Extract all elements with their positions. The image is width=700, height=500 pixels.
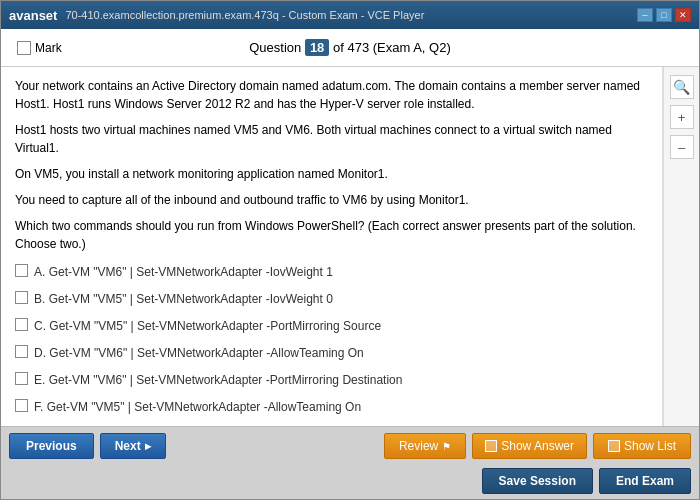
title-text: 70-410.examcollection.premium.exam.473q … bbox=[65, 9, 424, 21]
maximize-button[interactable]: □ bbox=[656, 8, 672, 22]
previous-button[interactable]: Previous bbox=[9, 433, 94, 459]
close-button[interactable]: ✕ bbox=[675, 8, 691, 22]
show-answer-button[interactable]: Show Answer bbox=[472, 433, 587, 459]
logo-text: avan bbox=[9, 8, 39, 23]
answer-row: C. Get-VM "VM5" | Set-VMNetworkAdapter -… bbox=[15, 315, 648, 337]
question-paragraph: Which two commands should you run from W… bbox=[15, 217, 648, 253]
mark-section: Mark bbox=[17, 41, 184, 55]
question-paragraph: Host1 hosts two virtual machines named V… bbox=[15, 121, 648, 157]
answer-row: E. Get-VM "VM6" | Set-VMNetworkAdapter -… bbox=[15, 369, 648, 391]
answer-row: D. Get-VM "VM6" | Set-VMNetworkAdapter -… bbox=[15, 342, 648, 364]
title-bar: avanset 70-410.examcollection.premium.ex… bbox=[1, 1, 699, 29]
nav-row-2: Save Session End Exam bbox=[1, 465, 699, 499]
mark-checkbox[interactable] bbox=[17, 41, 31, 55]
exam-header: Mark Question 18 of 473 (Exam A, Q2) bbox=[1, 29, 699, 67]
answer-row: F. Get-VM "VM5" | Set-VMNetworkAdapter -… bbox=[15, 396, 648, 418]
next-button[interactable]: Next bbox=[100, 433, 166, 459]
question-paragraphs: Your network contains an Active Director… bbox=[15, 77, 648, 253]
minimize-button[interactable]: – bbox=[637, 8, 653, 22]
show-answer-label: Show Answer bbox=[501, 439, 574, 453]
show-answer-checkbox bbox=[485, 440, 497, 452]
answer-checkbox-e[interactable] bbox=[15, 372, 28, 385]
answer-choices: A. Get-VM "VM6" | Set-VMNetworkAdapter -… bbox=[15, 261, 648, 418]
end-exam-button[interactable]: End Exam bbox=[599, 468, 691, 494]
review-label: Review bbox=[399, 439, 438, 453]
zoom-out-button[interactable]: – bbox=[670, 135, 694, 159]
main-window: avanset 70-410.examcollection.premium.ex… bbox=[0, 0, 700, 500]
answer-checkbox-b[interactable] bbox=[15, 291, 28, 304]
show-list-checkbox bbox=[608, 440, 620, 452]
answer-checkbox-a[interactable] bbox=[15, 264, 28, 277]
answer-row: B. Get-VM "VM5" | Set-VMNetworkAdapter -… bbox=[15, 288, 648, 310]
sidebar-tools: 🔍 + – bbox=[663, 67, 699, 426]
answer-text-c: C. Get-VM "VM5" | Set-VMNetworkAdapter -… bbox=[34, 317, 381, 335]
exam-info: (Exam A, Q2) bbox=[373, 40, 451, 55]
answer-checkbox-d[interactable] bbox=[15, 345, 28, 358]
app-logo: avanset bbox=[9, 8, 57, 23]
question-content: Your network contains an Active Director… bbox=[1, 67, 663, 426]
bottom-nav: Previous Next Review ⚑ Show Answer Show … bbox=[1, 426, 699, 499]
review-button[interactable]: Review ⚑ bbox=[384, 433, 466, 459]
question-number: 18 bbox=[305, 39, 329, 56]
search-button[interactable]: 🔍 bbox=[670, 75, 694, 99]
nav-row-1: Previous Next Review ⚑ Show Answer Show … bbox=[1, 427, 699, 465]
show-list-button[interactable]: Show List bbox=[593, 433, 691, 459]
question-info: Question 18 of 473 (Exam A, Q2) bbox=[184, 40, 517, 55]
question-paragraph: On VM5, you install a network monitoring… bbox=[15, 165, 648, 183]
window-controls: – □ ✕ bbox=[637, 8, 691, 22]
answer-text-d: D. Get-VM "VM6" | Set-VMNetworkAdapter -… bbox=[34, 344, 364, 362]
mark-label: Mark bbox=[35, 41, 62, 55]
question-paragraph: Your network contains an Active Director… bbox=[15, 77, 648, 113]
answer-text-e: E. Get-VM "VM6" | Set-VMNetworkAdapter -… bbox=[34, 371, 402, 389]
content-area: Your network contains an Active Director… bbox=[1, 67, 699, 426]
question-label: Question bbox=[249, 40, 301, 55]
flag-icon: ⚑ bbox=[442, 441, 451, 452]
logo-suffix: set bbox=[39, 8, 58, 23]
save-session-button[interactable]: Save Session bbox=[482, 468, 593, 494]
show-list-label: Show List bbox=[624, 439, 676, 453]
total-questions: of 473 bbox=[333, 40, 369, 55]
zoom-in-button[interactable]: + bbox=[670, 105, 694, 129]
answer-checkbox-f[interactable] bbox=[15, 399, 28, 412]
answer-text-a: A. Get-VM "VM6" | Set-VMNetworkAdapter -… bbox=[34, 263, 333, 281]
question-paragraph: You need to capture all of the inbound a… bbox=[15, 191, 648, 209]
answer-text-f: F. Get-VM "VM5" | Set-VMNetworkAdapter -… bbox=[34, 398, 361, 416]
answer-row: A. Get-VM "VM6" | Set-VMNetworkAdapter -… bbox=[15, 261, 648, 283]
answer-text-b: B. Get-VM "VM5" | Set-VMNetworkAdapter -… bbox=[34, 290, 333, 308]
title-bar-left: avanset 70-410.examcollection.premium.ex… bbox=[9, 8, 424, 23]
answer-checkbox-c[interactable] bbox=[15, 318, 28, 331]
